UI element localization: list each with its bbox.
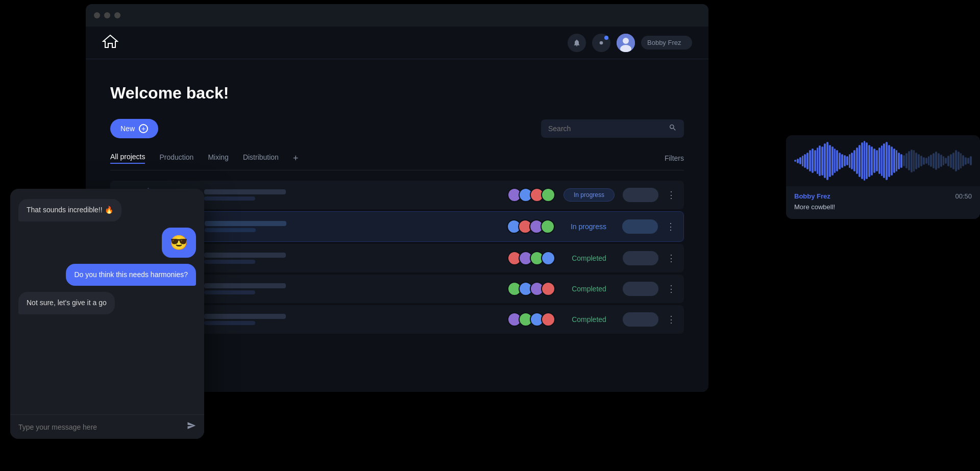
audio-wave-bar bbox=[903, 155, 905, 167]
row-collaborators bbox=[507, 219, 555, 234]
audio-wave-bar bbox=[893, 148, 895, 173]
row-more-btn[interactable]: ⋮ bbox=[667, 314, 676, 325]
status-badge: Completed bbox=[564, 252, 615, 265]
audio-wave-bar bbox=[970, 156, 972, 165]
window-dot-yellow bbox=[104, 12, 110, 18]
row-action bbox=[623, 188, 658, 202]
audio-wave-bar bbox=[958, 152, 960, 170]
audio-wave-bar bbox=[908, 151, 910, 170]
chat-message-text: Do you think this needs harmonies? bbox=[74, 270, 188, 279]
row-title-area bbox=[204, 283, 499, 294]
add-icon: + bbox=[139, 124, 148, 133]
tab-all-projects[interactable]: All projects bbox=[110, 153, 145, 164]
audio-wave-bar bbox=[881, 145, 883, 176]
audio-wave-bar bbox=[947, 156, 949, 166]
audio-wave-bar bbox=[878, 147, 880, 175]
audio-wave-bar bbox=[824, 143, 826, 178]
audio-wave-bar bbox=[962, 155, 964, 167]
tab-production[interactable]: Production bbox=[159, 153, 193, 163]
audio-wave-bar bbox=[913, 150, 915, 171]
audio-wave-bar bbox=[960, 153, 962, 168]
search-input[interactable] bbox=[548, 125, 665, 133]
row-title bbox=[204, 283, 286, 288]
audio-wave-bar bbox=[871, 146, 873, 176]
audio-wave-bar bbox=[891, 146, 893, 176]
new-button[interactable]: New + bbox=[110, 119, 158, 138]
chat-message-text: Not sure, let's give it a go bbox=[27, 299, 107, 307]
audio-top-row: Bobby Frez 00:50 bbox=[794, 192, 972, 200]
audio-wave-bar bbox=[952, 153, 954, 169]
chat-input[interactable] bbox=[18, 423, 182, 431]
collab-avatar bbox=[541, 312, 555, 327]
row-title bbox=[204, 314, 286, 319]
audio-wave-bar bbox=[834, 148, 836, 173]
row-subtitle bbox=[204, 321, 255, 325]
audio-wave-bar bbox=[965, 157, 967, 165]
chat-emoji-text: 😎 bbox=[170, 235, 188, 251]
notification-bell-btn[interactable] bbox=[568, 34, 586, 52]
welcome-title: Welcome back! bbox=[110, 84, 684, 103]
row-title bbox=[204, 189, 286, 194]
audio-wave-bar bbox=[799, 157, 801, 164]
row-title bbox=[205, 221, 286, 226]
chat-message-received: That sounds incredible!! 🔥 bbox=[18, 199, 121, 221]
row-action bbox=[623, 251, 658, 265]
audio-wave-bar bbox=[868, 145, 870, 177]
header-right: Bobby Frez bbox=[568, 34, 692, 52]
chat-send-button[interactable] bbox=[187, 421, 196, 433]
audio-artist: Bobby Frez bbox=[794, 192, 830, 200]
app-header: Bobby Frez bbox=[86, 27, 708, 59]
audio-wave-bar bbox=[873, 148, 875, 173]
notifications-btn[interactable] bbox=[592, 34, 610, 52]
status-badge: In progress bbox=[563, 220, 614, 233]
audio-waveform-display bbox=[786, 135, 980, 186]
app-logo bbox=[102, 34, 118, 52]
audio-wave-bar bbox=[797, 159, 799, 163]
chat-message-sent: Do you think this needs harmonies? bbox=[66, 264, 196, 286]
row-subtitle bbox=[204, 290, 255, 294]
row-subtitle bbox=[205, 228, 256, 232]
audio-wave-bar bbox=[866, 142, 868, 179]
row-action bbox=[623, 282, 658, 296]
audio-wave-bar bbox=[831, 146, 834, 176]
search-icon bbox=[669, 123, 677, 134]
audio-wave-bar bbox=[928, 156, 930, 165]
row-more-btn[interactable]: ⋮ bbox=[667, 283, 676, 294]
audio-wave-bar bbox=[911, 150, 913, 172]
audio-wave-bar bbox=[814, 150, 816, 171]
audio-wave-bar bbox=[856, 147, 858, 175]
collab-avatar bbox=[541, 188, 555, 202]
chat-message-emoji: 😎 bbox=[162, 228, 196, 258]
audio-time: 00:50 bbox=[955, 192, 972, 200]
audio-wave-bar bbox=[802, 156, 804, 166]
audio-wave-bar bbox=[918, 154, 920, 168]
user-name-label: Bobby Frez bbox=[641, 36, 692, 49]
tab-add-btn[interactable]: + bbox=[293, 153, 299, 164]
row-more-btn[interactable]: ⋮ bbox=[666, 221, 675, 232]
audio-wave-bar bbox=[896, 150, 898, 171]
tab-distribution[interactable]: Distribution bbox=[243, 153, 279, 163]
audio-popup: Bobby Frez 00:50 More cowbell! bbox=[786, 135, 980, 219]
audio-wave-bar bbox=[836, 150, 838, 171]
status-badge: In progress bbox=[564, 188, 615, 202]
tab-mixing[interactable]: Mixing bbox=[208, 153, 228, 163]
row-more-btn[interactable]: ⋮ bbox=[667, 253, 676, 264]
audio-wave-bar bbox=[938, 153, 940, 168]
audio-wave-bar bbox=[859, 145, 861, 177]
audio-wave-bar bbox=[809, 150, 811, 171]
filters-button[interactable]: Filters bbox=[665, 154, 684, 162]
user-avatar[interactable] bbox=[617, 34, 635, 52]
row-action bbox=[623, 312, 658, 327]
audio-wave-bar bbox=[839, 153, 841, 169]
audio-wave-bar bbox=[844, 155, 846, 167]
audio-wave-bar bbox=[812, 148, 814, 173]
audio-wave-bar bbox=[876, 150, 878, 171]
chat-window: That sounds incredible!! 🔥 😎 Do you thin… bbox=[10, 189, 204, 439]
audio-wave-bar bbox=[804, 154, 806, 168]
audio-wave-bar bbox=[806, 153, 808, 169]
row-more-btn[interactable]: ⋮ bbox=[667, 189, 676, 201]
status-badge: Completed bbox=[564, 282, 615, 295]
audio-wave-bar bbox=[905, 153, 908, 168]
search-container[interactable] bbox=[541, 119, 684, 138]
row-title-area bbox=[205, 221, 499, 232]
